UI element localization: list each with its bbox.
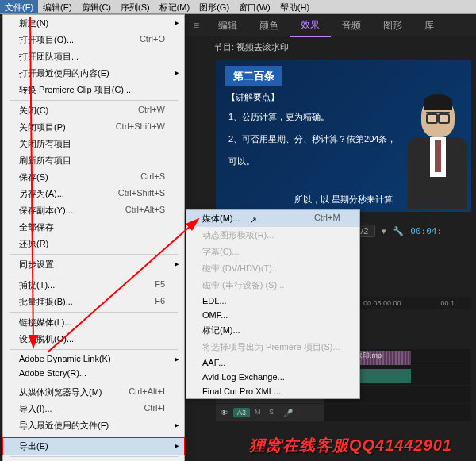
- menu-item[interactable]: 保存副本(Y)...Ctrl+Alt+S: [3, 202, 184, 219]
- menu-item[interactable]: 捕捉(T)...F5: [3, 277, 184, 294]
- ruler-mark-2: 00:1: [441, 299, 455, 307]
- menu-item[interactable]: 新建(N)▸: [3, 15, 184, 32]
- chevron-right-icon: ▸: [175, 67, 179, 78]
- menu-item[interactable]: 关闭所有项目: [3, 136, 184, 152]
- menu-item[interactable]: 打开团队项目...: [3, 48, 184, 65]
- submenu-item: 磁带 (串行设备) (S)...: [186, 277, 359, 294]
- menu-item[interactable]: 从媒体浏览器导入(M)Ctrl+Alt+I: [3, 384, 184, 401]
- menu-item[interactable]: 关闭项目(P)Ctrl+Shift+W: [3, 119, 184, 136]
- menu-window[interactable]: 窗口(W): [234, 0, 275, 13]
- submenu-item: 动态图形模板(R)...: [186, 227, 359, 244]
- menu-clip[interactable]: 剪辑(C): [77, 0, 116, 13]
- tab-color[interactable]: 颜色: [248, 14, 290, 36]
- hamburger-icon[interactable]: ≡: [186, 20, 207, 31]
- menu-item[interactable]: 导出(E)▸: [2, 437, 185, 455]
- tab-audio[interactable]: 音频: [331, 14, 372, 36]
- export-submenu: 媒体(M)...Ctrl+M↖动态图形模板(R)...字幕(C)...磁带 (D…: [186, 209, 360, 399]
- cursor-icon: ↖: [250, 215, 257, 225]
- menubar: 文件(F) 编辑(E) 剪辑(C) 序列(S) 标记(M) 图形(G) 窗口(W…: [0, 0, 476, 14]
- workspace-tabs: ≡ 编辑 颜色 效果 音频 图形 库: [186, 14, 476, 36]
- presenter-figure: [404, 91, 471, 210]
- menu-marker[interactable]: 标记(M): [155, 0, 195, 13]
- video-caption: 所以，以 星期分秒来计算: [294, 194, 393, 206]
- tab-graphics[interactable]: 图形: [372, 14, 413, 36]
- chevron-down-icon[interactable]: ▾: [382, 226, 386, 236]
- chevron-right-icon: ▸: [175, 440, 179, 451]
- menu-sequence[interactable]: 序列(S): [116, 0, 155, 13]
- menu-help[interactable]: 帮助(H): [275, 0, 314, 13]
- ruler-mark-1: 00:05:00:00: [363, 299, 401, 307]
- menu-item[interactable]: 关闭(C)Ctrl+W: [3, 102, 184, 119]
- tab-library[interactable]: 库: [413, 14, 445, 36]
- wrench-icon[interactable]: 🔧: [393, 226, 404, 236]
- submenu-item: 磁带 (DV/HDV)(T)...: [186, 260, 359, 277]
- chevron-right-icon: ▸: [175, 259, 179, 269]
- menu-item[interactable]: 链接媒体(L)...: [3, 314, 184, 331]
- watermark-text: 狸窝在线客服QQ41442901: [249, 435, 452, 456]
- menu-item[interactable]: 同步设置▸: [3, 256, 184, 273]
- eye-icon[interactable]: 👁: [221, 409, 228, 417]
- menu-item[interactable]: 保存(S)Ctrl+S: [3, 169, 184, 186]
- submenu-item[interactable]: 标记(M)...: [186, 322, 359, 339]
- menu-file[interactable]: 文件(F): [0, 0, 38, 13]
- timecode: 00:04:: [410, 226, 442, 236]
- menu-edit[interactable]: 编辑(E): [38, 0, 77, 13]
- submenu-item[interactable]: OMF...: [186, 308, 359, 322]
- program-title: 节目: 视频去滚水印: [214, 41, 289, 53]
- menu-item[interactable]: Adobe Story(R)...: [3, 366, 184, 380]
- tab-effects[interactable]: 效果: [290, 13, 331, 37]
- submenu-item[interactable]: AAF...: [186, 355, 359, 370]
- transport-bar: 1/2 ▾ 🔧 00:04:: [349, 221, 471, 241]
- submenu-item[interactable]: 媒体(M)...Ctrl+M↖: [186, 210, 359, 227]
- menu-item[interactable]: 全部保存: [3, 219, 184, 236]
- menu-item[interactable]: 打开项目(O)...Ctrl+O: [3, 32, 184, 48]
- menu-item[interactable]: 设为脱机(O)...: [3, 331, 184, 348]
- menu-item[interactable]: 转换 Premiere Clip 项目(C)...: [3, 82, 184, 98]
- chevron-right-icon: ▸: [175, 420, 179, 430]
- menu-item[interactable]: 打开最近使用的内容(E)▸: [3, 65, 184, 82]
- menu-item[interactable]: 另存为(A)...Ctrl+Shift+S: [3, 186, 184, 202]
- program-monitor[interactable]: 第二百条 【讲解要点】 1、公历计算，更为精确。 2、可否用星期、分、秒计算？依…: [216, 60, 471, 212]
- submenu-item[interactable]: Avid Log Exchange...: [186, 370, 359, 384]
- menu-graphics[interactable]: 图形(G): [194, 0, 234, 13]
- menu-item[interactable]: 导入(I)...Ctrl+I: [3, 401, 184, 417]
- chevron-right-icon: ▸: [175, 17, 179, 28]
- track-badge-a3: A3: [233, 408, 250, 417]
- menu-item[interactable]: Adobe Dynamic Link(K)▸: [3, 352, 184, 366]
- tab-edit[interactable]: 编辑: [207, 14, 248, 36]
- menu-item[interactable]: 还原(R): [3, 236, 184, 252]
- track-a3[interactable]: 👁 A3 MS 🎤: [216, 404, 471, 421]
- file-dropdown: 新建(N)▸打开项目(O)...Ctrl+O打开团队项目...打开最近使用的内容…: [2, 14, 185, 461]
- menu-item[interactable]: 批量捕捉(B)...F6: [3, 294, 184, 310]
- menu-item[interactable]: 导入最近使用的文件(F)▸: [3, 417, 184, 434]
- submenu-item: 将选择项导出为 Premiere 项目(S)...: [186, 339, 359, 355]
- menu-item[interactable]: 刷新所有项目: [3, 152, 184, 169]
- submenu-item[interactable]: Final Cut Pro XML...: [186, 384, 359, 398]
- chevron-right-icon: ▸: [175, 354, 179, 364]
- mic-icon[interactable]: 🎤: [283, 409, 293, 417]
- submenu-item[interactable]: EDL...: [186, 294, 359, 308]
- submenu-item: 字幕(C)...: [186, 244, 359, 260]
- video-heading: 第二百条: [225, 66, 282, 86]
